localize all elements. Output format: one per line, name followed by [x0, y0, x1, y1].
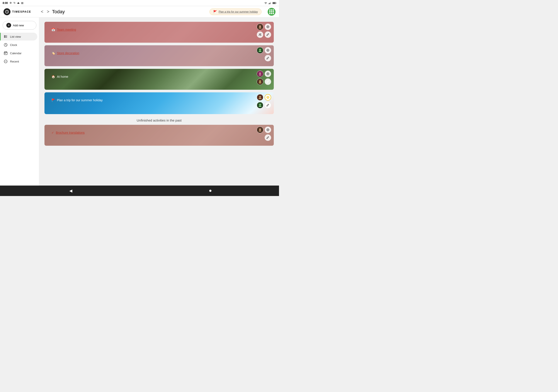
notification-flag-icon: 🚩	[213, 10, 217, 14]
svg-rect-3	[270, 2, 271, 4]
store-target-btn[interactable]	[265, 47, 271, 54]
header: TIMESPACE < > Today 🚩 Plan a trip for ou…	[0, 6, 279, 17]
brochure-actions	[257, 127, 271, 141]
svg-rect-18	[5, 53, 5, 54]
at-home-edit-btn[interactable]	[265, 78, 271, 85]
notification-banner[interactable]: 🚩 Plan a trip for our summer holiday	[209, 9, 262, 15]
main-layout: + Add new List view	[0, 17, 279, 186]
at-home-title[interactable]: At home	[57, 75, 68, 78]
svg-rect-2	[270, 3, 270, 4]
brochure-target-btn[interactable]	[265, 127, 271, 133]
at-home-actions	[257, 71, 271, 85]
svg-point-23	[259, 26, 261, 27]
team-meeting-title[interactable]: Team meeting	[57, 28, 76, 31]
svg-point-24	[267, 26, 269, 28]
svg-point-66	[267, 129, 268, 130]
svg-point-30	[259, 34, 260, 35]
team-meeting-actions	[257, 24, 271, 38]
svg-point-22	[6, 61, 7, 62]
storage-icon: ▤	[21, 1, 23, 4]
at-home-target-btn[interactable]	[265, 71, 271, 77]
svg-rect-14	[4, 52, 7, 55]
brochure-title[interactable]: Brochure translations	[56, 131, 85, 134]
clock-icon	[3, 43, 8, 47]
add-new-label: Add new	[13, 24, 24, 27]
home-icon: 🏠	[52, 75, 55, 78]
at-home-avatar2	[257, 78, 263, 85]
team-meeting-target-btn[interactable]	[265, 24, 271, 30]
status-bar: 8:00 ⚙ ↻ ⏏ ▤	[0, 0, 279, 6]
brochure-check-icon: ✓	[52, 131, 54, 134]
svg-rect-1	[269, 3, 270, 4]
svg-rect-6	[273, 2, 275, 3]
summer-holiday-title[interactable]: Plan a trip for our summer holiday	[57, 98, 103, 102]
at-home-card[interactable]: 🏠 At home	[44, 69, 274, 90]
sidebar-recent-label: Recent	[10, 60, 19, 63]
notification-text: Plan a trip for our summer holiday	[219, 10, 258, 13]
svg-point-65	[267, 129, 269, 131]
svg-point-61	[259, 104, 261, 106]
store-avatar	[257, 47, 263, 54]
sidebar: + Add new List view	[0, 17, 39, 186]
svg-point-21	[5, 61, 6, 62]
team-meeting-people-btn[interactable]	[257, 31, 263, 38]
svg-line-32	[268, 34, 269, 34]
store-decoration-title[interactable]: Store decoration	[57, 51, 79, 55]
store-edit-btn[interactable]	[265, 55, 271, 61]
svg-point-25	[267, 26, 268, 27]
nav-title: < > Today	[40, 9, 65, 15]
section-header: Unfinished activities in the past	[44, 119, 274, 122]
team-meeting-avatar	[257, 24, 263, 30]
brochure-edit-btn[interactable]	[265, 134, 271, 141]
battery-icon	[272, 2, 276, 4]
summer-target-btn[interactable]	[265, 94, 271, 101]
bottom-nav: ◀	[0, 186, 279, 196]
brochure-avatar	[257, 127, 263, 133]
sidebar-item-recent[interactable]: Recent	[0, 58, 37, 65]
summer-holiday-actions	[257, 94, 271, 109]
summer-holiday-card[interactable]: 🚩 Plan a trip for our summer holiday	[44, 92, 274, 114]
brochure-card[interactable]: ✓ Brochure translations	[44, 125, 274, 146]
team-meeting-card[interactable]: 📅 Team meeting	[44, 22, 274, 43]
summer-edit-btn[interactable]	[265, 102, 271, 109]
svg-point-37	[267, 50, 268, 51]
summer-avatar1	[257, 94, 263, 101]
store-icon: 🏷️	[52, 51, 55, 55]
sidebar-list-view-label: List view	[10, 35, 21, 38]
svg-point-44	[259, 73, 261, 74]
apps-grid-icon	[269, 9, 274, 14]
add-new-button[interactable]: + Add new	[3, 21, 36, 30]
wifi-icon	[264, 2, 267, 4]
sidebar-item-clock[interactable]: Clock	[0, 41, 37, 49]
svg-rect-5	[276, 3, 276, 3]
nav-prev-button[interactable]: <	[40, 9, 44, 15]
at-home-avatar	[257, 71, 263, 77]
store-decoration-card[interactable]: 🏷️ Store decoration	[44, 45, 274, 66]
list-check-icon	[3, 34, 8, 39]
svg-point-46	[267, 73, 268, 74]
add-new-icon: +	[6, 23, 11, 28]
team-meeting-edit-btn[interactable]	[265, 31, 271, 38]
signal-icon	[269, 2, 271, 4]
sync-icon: ↻	[14, 1, 16, 4]
sidebar-calendar-label: Calendar	[10, 52, 22, 55]
chat-icon	[3, 59, 8, 64]
content-area: 📅 Team meeting	[39, 17, 279, 186]
apps-button[interactable]	[268, 8, 276, 16]
sidebar-item-list-view[interactable]: List view	[0, 33, 37, 41]
svg-line-13	[6, 45, 6, 45]
svg-point-35	[259, 49, 261, 51]
home-indicator[interactable]	[209, 190, 211, 192]
svg-point-51	[259, 80, 261, 82]
summer-flag-icon: 🚩	[52, 98, 55, 102]
team-meeting-icon: 📅	[52, 28, 55, 31]
store-decoration-actions	[257, 47, 271, 61]
svg-point-31	[260, 34, 261, 34]
calendar-icon	[3, 51, 8, 55]
nav-next-button[interactable]: >	[46, 9, 50, 15]
back-button[interactable]: ◀	[68, 187, 74, 195]
sidebar-item-calendar[interactable]: Calendar	[0, 49, 37, 57]
svg-point-54	[259, 96, 261, 98]
summer-avatar2	[257, 102, 263, 109]
sidebar-clock-label: Clock	[10, 43, 17, 47]
